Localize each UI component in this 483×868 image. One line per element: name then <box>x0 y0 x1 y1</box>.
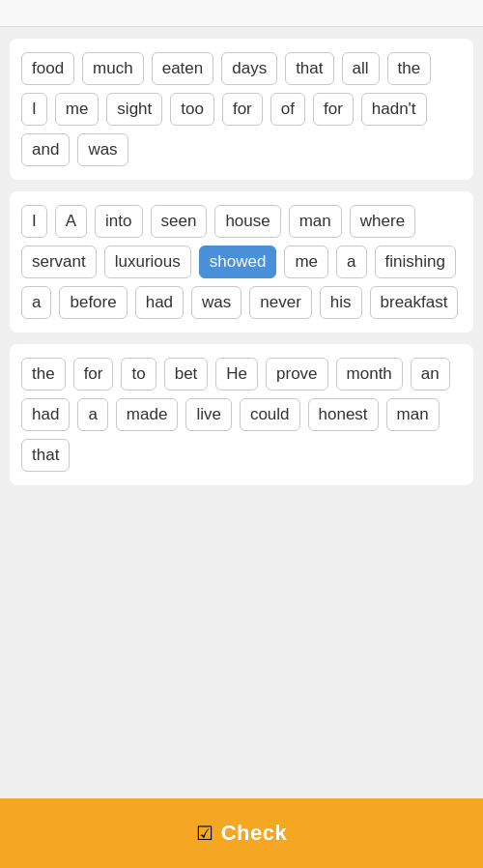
word-chip-g1w8[interactable]: I <box>21 93 47 126</box>
word-chip-g3w15[interactable]: man <box>386 398 440 431</box>
spacer <box>0 648 483 798</box>
word-chip-g2w7[interactable]: where <box>350 205 415 238</box>
word-chip-g1w6[interactable]: all <box>342 52 380 85</box>
word-chip-g3w6[interactable]: prove <box>266 358 328 391</box>
word-chip-g1w7[interactable]: the <box>387 52 432 85</box>
word-chip-g1w1[interactable]: food <box>21 52 74 85</box>
word-chip-g1w5[interactable]: that <box>285 52 333 85</box>
word-chip-g3w14[interactable]: honest <box>308 398 379 431</box>
word-chip-g1w17[interactable]: was <box>77 133 128 166</box>
content-area: foodmucheatendaysthatalltheImesighttoofo… <box>0 27 483 648</box>
word-chip-g1w10[interactable]: sight <box>106 93 162 126</box>
word-chip-g1w12[interactable]: for <box>222 93 263 126</box>
word-chip-g2w8[interactable]: servant <box>21 246 97 278</box>
word-chip-g3w10[interactable]: a <box>77 398 107 431</box>
word-chip-g3w5[interactable]: He <box>215 358 258 391</box>
word-group-group2: IAintoseenhousemanwhereservantluxuriouss… <box>10 191 473 333</box>
word-chip-g3w2[interactable]: for <box>73 358 114 391</box>
word-group-group3: thefortobetHeprovemonthanhadamadelivecou… <box>10 344 473 485</box>
word-group-group1: foodmucheatendaysthatalltheImesighttoofo… <box>10 39 473 180</box>
word-chip-g2w5[interactable]: house <box>214 205 280 238</box>
word-chip-g3w16[interactable]: that <box>21 439 70 472</box>
top-bar <box>0 0 483 27</box>
word-chip-g3w11[interactable]: made <box>116 398 179 431</box>
word-chip-g3w4[interactable]: bet <box>164 358 209 391</box>
word-chip-g1w4[interactable]: days <box>221 52 277 85</box>
word-chip-g3w12[interactable]: live <box>185 398 232 431</box>
word-chip-g2w1[interactable]: I <box>21 205 47 238</box>
word-chip-g3w7[interactable]: month <box>336 358 403 391</box>
word-chip-g2w14[interactable]: a <box>21 286 51 319</box>
word-chip-g1w3[interactable]: eaten <box>152 52 214 85</box>
word-chip-g1w16[interactable]: and <box>21 133 70 166</box>
word-chip-g2w15[interactable]: before <box>59 286 127 319</box>
word-chip-g2w17[interactable]: was <box>191 286 242 319</box>
word-chip-g3w3[interactable]: to <box>121 358 156 391</box>
check-icon: ☑ <box>196 822 213 845</box>
word-chip-g3w9[interactable]: had <box>21 398 70 431</box>
word-chip-g3w8[interactable]: an <box>411 358 450 391</box>
word-chip-g2w10[interactable]: showed <box>199 246 277 278</box>
word-chip-g1w9[interactable]: me <box>55 93 99 126</box>
word-chip-g2w19[interactable]: his <box>320 286 362 319</box>
word-chip-g1w15[interactable]: hadn't <box>361 93 427 126</box>
word-chip-g1w13[interactable]: of <box>270 93 305 126</box>
word-chip-g1w2[interactable]: much <box>82 52 144 85</box>
word-chip-g3w13[interactable]: could <box>240 398 300 431</box>
word-chip-g2w11[interactable]: me <box>284 246 328 278</box>
word-chip-g2w4[interactable]: seen <box>151 205 208 238</box>
check-button[interactable]: ☑ Check <box>0 798 483 868</box>
word-chip-g1w11[interactable]: too <box>170 93 214 126</box>
word-chip-g1w14[interactable]: for <box>313 93 354 126</box>
word-chip-g2w3[interactable]: into <box>95 205 142 238</box>
word-chip-g3w1[interactable]: the <box>21 358 66 391</box>
word-chip-g2w12[interactable]: a <box>336 246 366 278</box>
word-chip-g2w9[interactable]: luxurious <box>104 246 191 278</box>
check-label: Check <box>221 821 288 846</box>
word-chip-g2w13[interactable]: finishing <box>375 246 456 278</box>
word-chip-g2w2[interactable]: A <box>55 205 87 238</box>
word-chip-g2w20[interactable]: breakfast <box>370 286 459 319</box>
word-chip-g2w6[interactable]: man <box>289 205 342 238</box>
word-chip-g2w16[interactable]: had <box>135 286 184 319</box>
word-chip-g2w18[interactable]: never <box>249 286 312 319</box>
